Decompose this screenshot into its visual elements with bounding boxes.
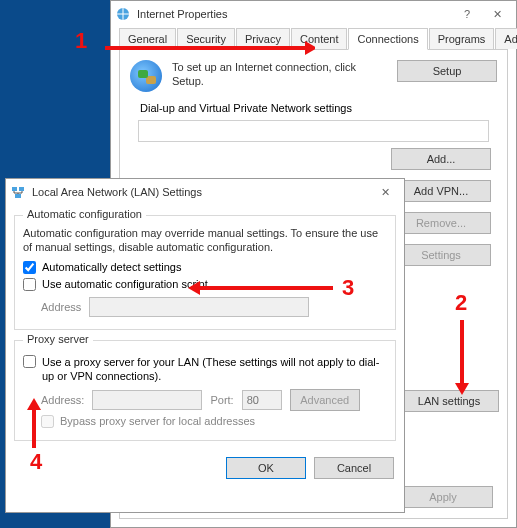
svg-marker-7	[455, 383, 469, 395]
network-icon	[10, 184, 26, 200]
setup-text: To set up an Internet connection, click …	[172, 60, 387, 89]
close-button[interactable]: ✕	[482, 3, 512, 25]
annotation-2-arrow	[452, 315, 472, 395]
annotation-1: 1	[75, 28, 87, 54]
auto-detect-checkbox[interactable]	[23, 261, 36, 274]
tab-connections[interactable]: Connections	[348, 28, 427, 50]
bypass-local-label: Bypass proxy server for local addresses	[60, 415, 255, 427]
auto-config-group: Automatic configuration Automatic config…	[14, 215, 396, 330]
annotation-3-arrow	[188, 278, 338, 298]
help-button[interactable]: ?	[452, 3, 482, 25]
lan-titlebar: Local Area Network (LAN) Settings ✕	[6, 179, 404, 205]
annotation-3: 3	[342, 275, 354, 301]
setup-button[interactable]: Setup	[397, 60, 497, 82]
dvpn-group-label: Dial-up and Virtual Private Network sett…	[136, 102, 356, 114]
proxy-group: Proxy server Use a proxy server for your…	[14, 340, 396, 442]
window-title: Internet Properties	[137, 8, 452, 20]
parent-apply-button: Apply	[393, 486, 493, 508]
globe-icon	[130, 60, 162, 92]
script-address-label: Address	[41, 301, 81, 313]
annotation-4: 4	[30, 449, 42, 475]
tab-programs[interactable]: Programs	[429, 28, 495, 49]
use-proxy-label: Use a proxy server for your LAN (These s…	[42, 355, 387, 384]
use-script-label: Use automatic configuration script	[42, 278, 208, 290]
lan-settings-button[interactable]: LAN settings	[399, 390, 499, 412]
proxy-legend: Proxy server	[23, 333, 93, 345]
lan-window-title: Local Area Network (LAN) Settings	[32, 186, 370, 198]
proxy-address-input	[92, 390, 202, 410]
internet-icon	[115, 6, 131, 22]
proxy-port-input	[242, 390, 282, 410]
add-button[interactable]: Add...	[391, 148, 491, 170]
annotation-2: 2	[455, 290, 467, 316]
script-address-input	[89, 297, 309, 317]
add-vpn-button[interactable]: Add VPN...	[391, 180, 491, 202]
auto-config-note: Automatic configuration may override man…	[23, 226, 387, 255]
annotation-1-arrow	[95, 38, 315, 58]
dvpn-group: Dial-up and Virtual Private Network sett…	[130, 110, 497, 150]
dvpn-listbox[interactable]	[138, 120, 489, 142]
svg-marker-11	[27, 398, 41, 410]
proxy-port-label: Port:	[210, 394, 233, 406]
annotation-4-arrow	[22, 398, 46, 452]
lan-cancel-button[interactable]: Cancel	[314, 457, 394, 479]
use-proxy-checkbox[interactable]	[23, 355, 36, 368]
tab-advanced[interactable]: Advanced	[495, 28, 517, 49]
auto-config-legend: Automatic configuration	[23, 208, 146, 220]
use-script-checkbox[interactable]	[23, 278, 36, 291]
proxy-address-label: Address:	[41, 394, 84, 406]
proxy-advanced-button: Advanced	[290, 389, 360, 411]
svg-rect-3	[15, 194, 21, 198]
svg-marker-5	[305, 41, 315, 55]
lan-settings-dialog: Local Area Network (LAN) Settings ✕ Auto…	[5, 178, 405, 513]
svg-rect-2	[19, 187, 24, 191]
remove-button: Remove...	[391, 212, 491, 234]
titlebar: Internet Properties ? ✕	[111, 1, 516, 27]
lan-close-button[interactable]: ✕	[370, 181, 400, 203]
svg-marker-9	[188, 281, 200, 295]
auto-detect-label: Automatically detect settings	[42, 261, 181, 273]
svg-rect-1	[12, 187, 17, 191]
settings-button: Settings	[391, 244, 491, 266]
lan-ok-button[interactable]: OK	[226, 457, 306, 479]
